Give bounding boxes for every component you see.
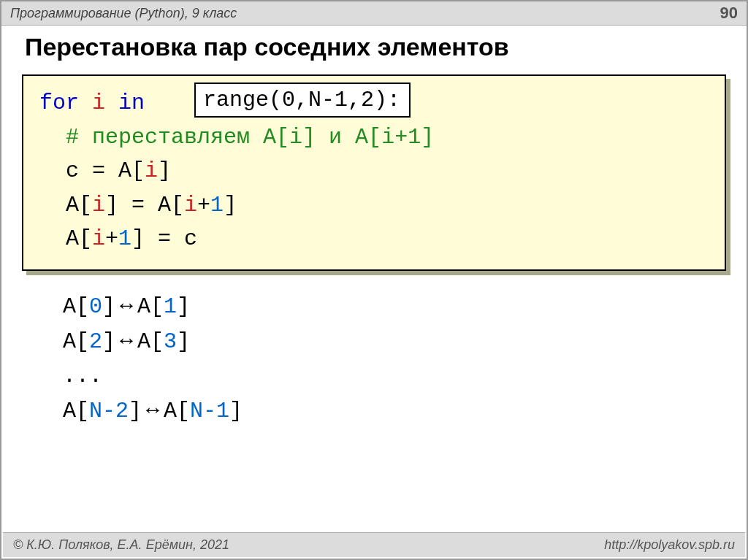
header-title: Программирование (Python), 9 класс — [10, 6, 237, 21]
page-number: 90 — [720, 4, 738, 23]
code-box: for i in # переставляем A[i] и A[i+1] c … — [22, 74, 726, 271]
swap-row-1: A[0]↔A[1] — [63, 288, 726, 324]
slide: Программирование (Python), 9 класс 90 Пе… — [0, 0, 748, 560]
swap-row-4: A[N-2]↔A[N-1] — [63, 393, 726, 429]
slide-header: Программирование (Python), 9 класс 90 — [1, 1, 747, 26]
kw-in: in — [118, 91, 145, 115]
code-line-5: A[i+1] = c — [66, 226, 197, 251]
slide-title: Перестановка пар соседних элементов — [25, 33, 726, 61]
swap-arrow-icon: ↔ — [115, 328, 137, 352]
swap-row-dots: ... — [63, 359, 726, 394]
id-i: i — [92, 91, 105, 115]
kw-for: for — [39, 91, 79, 115]
code-line-3: c = A[i] — [66, 158, 171, 183]
swap-arrow-icon: ↔ — [115, 293, 137, 317]
footer-url: http://kpolyakov.spb.ru — [604, 537, 735, 553]
swap-arrow-icon: ↔ — [142, 397, 164, 421]
slide-body: Перестановка пар соседних элементов for … — [1, 26, 747, 559]
range-inset: range(0,N-1,2): — [194, 83, 411, 118]
swap-list: A[0]↔A[1] A[2]↔A[3] ... A[N-2]↔A[N-1] — [63, 288, 726, 429]
swap-row-2: A[2]↔A[3] — [63, 323, 726, 359]
slide-footer: © К.Ю. Поляков, Е.А. Ерёмин, 2021 http:/… — [3, 532, 745, 557]
code-line-4: A[i] = A[i+1] — [66, 193, 237, 218]
footer-copyright: © К.Ю. Поляков, Е.А. Ерёмин, 2021 — [13, 537, 229, 553]
comment-line: # переставляем A[i] и A[i+1] — [66, 125, 434, 150]
